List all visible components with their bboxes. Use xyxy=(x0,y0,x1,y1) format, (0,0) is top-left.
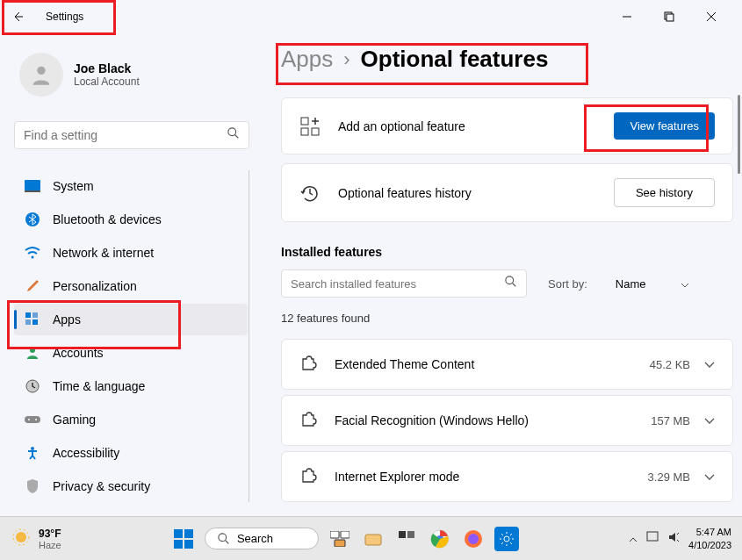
view-features-button[interactable]: View features xyxy=(614,112,715,140)
minimize-button[interactable] xyxy=(614,4,640,30)
card-title: Optional features history xyxy=(338,186,614,200)
sort-label: Sort by: xyxy=(548,277,587,291)
weather-widget[interactable]: 93°F Haze xyxy=(11,527,61,550)
window-title: Settings xyxy=(46,11,83,23)
taskview-button[interactable] xyxy=(328,527,352,551)
settings-button[interactable] xyxy=(494,527,519,551)
clock-time: 5:47 AM xyxy=(688,526,731,538)
profile-sub: Local Account xyxy=(74,75,140,88)
svg-point-3 xyxy=(228,128,236,136)
sidebar-item-accessibility[interactable]: Accessibility xyxy=(14,437,248,469)
arrow-left-icon xyxy=(11,10,25,24)
sidebar-item-gaming[interactable]: Gaming xyxy=(14,404,248,435)
nav-label: Apps xyxy=(53,312,81,327)
chevron-down-icon xyxy=(704,413,715,428)
close-button[interactable] xyxy=(698,4,724,30)
sidebar-item-privacy[interactable]: Privacy & security xyxy=(14,470,248,502)
svg-rect-24 xyxy=(174,529,183,538)
svg-point-16 xyxy=(35,419,37,420)
volume-icon[interactable] xyxy=(667,531,680,546)
card-title: Add an optional feature xyxy=(338,119,614,133)
svg-point-17 xyxy=(31,447,34,450)
shield-icon xyxy=(25,478,40,494)
chrome-button[interactable] xyxy=(428,527,452,551)
accessibility-icon xyxy=(25,445,40,461)
maximize-button[interactable] xyxy=(656,4,682,30)
sun-icon xyxy=(11,527,32,550)
sort-value: Name xyxy=(616,277,646,291)
profile-name: Joe Black xyxy=(74,61,140,75)
taskbar-clock[interactable]: 5:47 AM 4/10/2023 xyxy=(688,526,731,551)
maximize-icon xyxy=(664,11,674,22)
sidebar-search[interactable] xyxy=(14,121,249,149)
sidebar-item-bluetooth[interactable]: Bluetooth & devices xyxy=(14,204,248,235)
network-tray-icon[interactable] xyxy=(646,531,659,546)
feature-item[interactable]: Extended Theme Content 45.2 KB xyxy=(281,339,733,390)
sidebar-item-time[interactable]: Time & language xyxy=(14,370,248,402)
add-grid-icon xyxy=(299,116,321,137)
svg-rect-8 xyxy=(25,312,31,318)
feature-size: 157 MB xyxy=(651,414,690,427)
feature-size: 45.2 KB xyxy=(650,358,690,371)
feature-item[interactable]: Facial Recognition (Windows Hello) 157 M… xyxy=(281,395,733,446)
nav-label: Bluetooth & devices xyxy=(53,212,162,226)
taskbar-search[interactable]: Search xyxy=(205,528,319,549)
wifi-icon xyxy=(25,245,40,261)
tray-chevron-icon[interactable] xyxy=(629,533,638,545)
weather-condition: Haze xyxy=(39,540,61,550)
explorer-button[interactable] xyxy=(361,527,385,551)
nav-label: Accessibility xyxy=(53,446,119,460)
avatar xyxy=(19,53,63,97)
svg-rect-40 xyxy=(647,532,658,541)
svg-rect-9 xyxy=(32,312,38,318)
taskbar: 93°F Haze Search 5:47 AM 4/10/2023 xyxy=(0,516,742,560)
svg-point-22 xyxy=(16,532,26,542)
nav-list: System Bluetooth & devices Network & int… xyxy=(14,170,249,502)
gaming-icon xyxy=(25,412,40,427)
clock-date: 4/10/2023 xyxy=(688,539,731,551)
svg-rect-31 xyxy=(335,540,345,547)
svg-rect-1 xyxy=(666,14,674,21)
svg-rect-14 xyxy=(25,416,40,423)
widgets-button[interactable] xyxy=(394,527,419,551)
search-input[interactable] xyxy=(24,128,227,142)
chevron-right-icon: › xyxy=(343,48,349,71)
sort-dropdown[interactable]: Name xyxy=(609,274,697,294)
see-history-button[interactable]: See history xyxy=(614,178,715,207)
start-button[interactable] xyxy=(171,527,196,551)
profile-block[interactable]: Joe Black Local Account xyxy=(14,53,249,97)
sidebar-item-network[interactable]: Network & internet xyxy=(14,237,248,269)
firefox-button[interactable] xyxy=(461,527,486,551)
sidebar-item-system[interactable]: System xyxy=(14,170,248,202)
search-features-input[interactable] xyxy=(291,277,505,291)
clock-icon xyxy=(25,378,40,394)
close-icon xyxy=(706,11,717,22)
features-count: 12 features found xyxy=(281,312,733,325)
svg-point-15 xyxy=(28,419,30,420)
sidebar-item-accounts[interactable]: Accounts xyxy=(14,337,248,369)
search-features-box[interactable] xyxy=(281,269,527,298)
scrollbar[interactable] xyxy=(738,95,740,174)
puzzle-icon xyxy=(299,412,317,429)
svg-point-28 xyxy=(219,533,227,541)
svg-rect-5 xyxy=(25,190,40,192)
svg-point-38 xyxy=(468,534,479,544)
svg-rect-20 xyxy=(312,128,319,135)
svg-rect-34 xyxy=(407,531,414,538)
feature-name: Extended Theme Content xyxy=(335,357,650,371)
svg-point-7 xyxy=(32,256,34,259)
section-title: Installed features xyxy=(281,245,733,259)
account-icon xyxy=(25,345,40,361)
feature-item[interactable]: Internet Explorer mode 3.29 MB xyxy=(281,451,733,502)
back-button[interactable] xyxy=(7,6,28,27)
nav-label: System xyxy=(53,179,94,193)
feature-name: Internet Explorer mode xyxy=(335,470,648,484)
page-title: Optional features xyxy=(361,46,549,73)
svg-rect-25 xyxy=(184,529,193,538)
bluetooth-icon xyxy=(25,212,40,227)
sidebar-item-apps[interactable]: Apps xyxy=(14,304,248,335)
system-icon xyxy=(25,178,40,194)
svg-rect-18 xyxy=(301,118,308,125)
sidebar-item-personalization[interactable]: Personalization xyxy=(14,270,248,302)
breadcrumb-parent[interactable]: Apps xyxy=(281,46,333,73)
